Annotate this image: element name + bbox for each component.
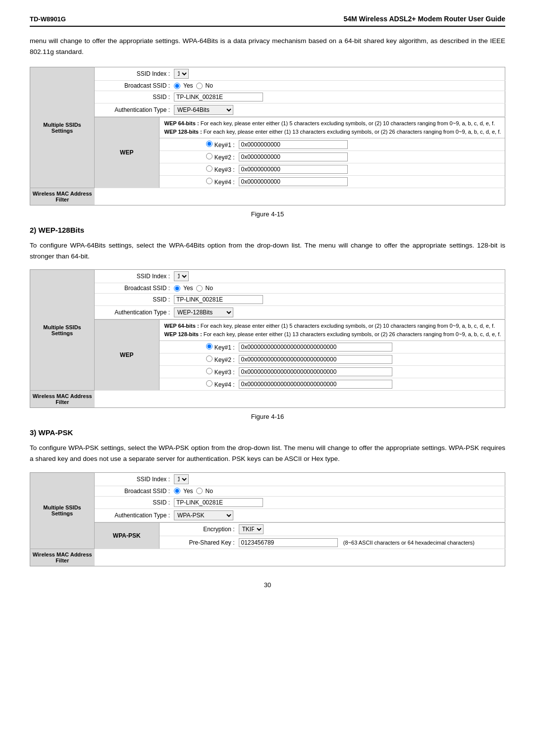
key3-label-15: Key#3 :	[164, 165, 239, 173]
auth-type-label-15: Authentication Type :	[100, 106, 174, 113]
multiple-ssids-label-17: Multiple SSIDs Settings	[30, 472, 95, 549]
broadcast-no-label-16: No	[206, 285, 213, 292]
key3-radio-15[interactable]	[206, 165, 213, 172]
wep64-label-16: WEP 64-bits : For each key, please enter…	[164, 323, 495, 329]
auth-type-select-16[interactable]: WEP-128Bits	[174, 307, 233, 317]
broadcast-ssid-label-15: Broadcast SSID :	[100, 82, 174, 89]
ssid-label-15: SSID :	[100, 94, 174, 101]
wep128-text-16: For each key, please enter either (1) 13…	[204, 331, 501, 337]
ssid-index-value: 1	[174, 69, 189, 79]
ssid-input-16[interactable]	[174, 295, 263, 304]
broadcast-no-radio-17[interactable]	[196, 488, 203, 494]
preshared-key-area-17: (8~63 ASCII characters or 64 hexadecimal…	[239, 538, 475, 547]
section3-heading: 3) WPA-PSK	[30, 428, 505, 437]
broadcast-ssid-radios-17: Yes No	[174, 488, 213, 495]
broadcast-no-label-15: No	[206, 82, 213, 89]
key1-label-16: Key#1 :	[164, 343, 239, 351]
wep-label-16: WEP	[95, 320, 159, 391]
broadcast-no-label-17: No	[206, 488, 213, 495]
ssid-index-select[interactable]: 1	[174, 69, 189, 79]
preshared-key-label-17: Pre-Shared Key :	[164, 538, 239, 546]
wep64-text-15: For each key, please enter either (1) 5 …	[201, 120, 495, 126]
key3-input-15[interactable]	[239, 165, 348, 174]
multiple-ssids-label-16: Multiple SSIDs Settings	[30, 270, 95, 391]
key3-input-16[interactable]	[239, 367, 392, 376]
ssid-index-row: SSID Index : 1	[95, 67, 505, 81]
auth-type-label-17: Authentication Type :	[100, 512, 174, 519]
figure15-panel: Multiple SSIDs Settings SSID Index : 1 B…	[30, 67, 505, 205]
ssid-label-16: SSID :	[100, 296, 174, 303]
ssid-index-label-17: SSID Index :	[100, 476, 174, 483]
wep-section-16: WEP WEP 64-bits : For each key, please e…	[95, 319, 505, 391]
broadcast-ssid-label-16: Broadcast SSID :	[100, 285, 174, 292]
auth-type-select-15[interactable]: WEP-64Bits	[174, 105, 233, 115]
key2-radio-16[interactable]	[206, 355, 213, 362]
wep-info-16: WEP 64-bits : For each key, please enter…	[159, 320, 505, 341]
key2-radio-15[interactable]	[206, 153, 213, 159]
section2-heading: 2) WEP-128Bits	[30, 226, 505, 234]
section3-text: To configure WPA-PSK settings, select th…	[30, 443, 505, 464]
encryption-label-17: Encryption :	[164, 526, 239, 533]
broadcast-yes-radio-15[interactable]	[174, 83, 180, 89]
figure16-label: Figure 4-16	[30, 413, 505, 420]
key1-label-15: Key#1 :	[164, 141, 239, 149]
ssid-label-17: SSID :	[100, 499, 174, 506]
key2-label-16: Key#2 :	[164, 355, 239, 363]
ssid-index-select-16[interactable]: 1	[174, 271, 189, 281]
page-number: 30	[30, 581, 505, 589]
mac-filter-16: Wireless MAC AddressFilter	[30, 391, 95, 408]
key3-label-16: Key#3 :	[164, 368, 239, 376]
key4-radio-16[interactable]	[206, 380, 213, 387]
ssid-input-15[interactable]	[174, 93, 263, 101]
wep64-text-16: For each key, please enter either (1) 5 …	[201, 323, 495, 329]
wep-label-15: WEP	[95, 117, 159, 188]
broadcast-ssid-radios-16: Yes No	[174, 285, 213, 292]
key4-radio-15[interactable]	[206, 178, 213, 184]
broadcast-yes-radio-17[interactable]	[174, 488, 180, 494]
auth-type-select-17[interactable]: WPA-PSK	[174, 510, 233, 520]
key2-input-16[interactable]	[239, 355, 392, 364]
broadcast-no-radio-16[interactable]	[196, 285, 203, 292]
wep128-bold-16: WEP 128-bits :	[164, 331, 202, 337]
key4-input-15[interactable]	[239, 177, 348, 186]
key1-radio-15[interactable]	[206, 141, 213, 147]
multiple-ssids-label: Multiple SSIDs Settings	[30, 67, 95, 188]
wep-inner-table-15: WEP WEP 64-bits : For each key, please e…	[95, 117, 505, 188]
wpapsk-inner-table-17: WPA-PSK Encryption : TKIP	[95, 522, 505, 549]
wep128-label-16: WEP 128-bits : For each key, please ente…	[164, 331, 501, 337]
preshared-key-hint-17: (8~63 ASCII characters or 64 hexadecimal…	[343, 540, 475, 546]
ssid-input-17[interactable]	[174, 498, 263, 507]
header-model: TD-W8901G	[30, 15, 66, 23]
header-title: 54M Wireless ADSL2+ Modem Router User Gu…	[344, 15, 506, 23]
preshared-key-input-17[interactable]	[239, 538, 338, 547]
key2-input-15[interactable]	[239, 152, 348, 161]
broadcast-ssid-label-17: Broadcast SSID :	[100, 488, 174, 495]
broadcast-yes-radio-16[interactable]	[174, 285, 180, 292]
broadcast-ssid-radios-15: Yes No	[174, 82, 213, 89]
wep128-text-15: For each key, please enter either (1) 13…	[204, 129, 501, 135]
wep64-bold-16: WEP 64-bits :	[164, 323, 199, 329]
wep128-label-15: WEP 128-bits : For each key, please ente…	[164, 129, 501, 135]
key4-label-15: Key#4 :	[164, 178, 239, 186]
auth-type-label-16: Authentication Type :	[100, 309, 174, 316]
encryption-select-17[interactable]: TKIP	[239, 524, 264, 534]
ssid-index-label-16: SSID Index :	[100, 273, 174, 280]
broadcast-yes-label-16: Yes	[183, 285, 193, 292]
wpa-psk-label-17: WPA-PSK	[95, 522, 159, 549]
page-header: TD-W8901G 54M Wireless ADSL2+ Modem Rout…	[30, 15, 505, 27]
broadcast-yes-label-15: Yes	[183, 82, 193, 89]
key1-input-15[interactable]	[239, 140, 348, 149]
wep128-label-bold-15: WEP 128-bits :	[164, 129, 202, 135]
key1-input-16[interactable]	[239, 343, 392, 352]
key4-input-16[interactable]	[239, 380, 392, 389]
key4-label-16: Key#4 :	[164, 380, 239, 388]
broadcast-no-radio-15[interactable]	[196, 83, 203, 89]
mac-filter-15: Wireless MAC AddressFilter	[30, 188, 95, 205]
key3-radio-16[interactable]	[206, 368, 213, 374]
figure17-panel: Multiple SSIDs Settings SSID Index : 1 B…	[30, 472, 505, 566]
ssid-index-select-17[interactable]: 1	[174, 474, 189, 484]
key1-radio-16[interactable]	[206, 343, 213, 350]
mac-filter-17: Wireless MAC AddressFilter	[30, 549, 95, 566]
intro-paragraph: menu will change to offer the appropriat…	[30, 36, 505, 57]
key2-label-15: Key#2 :	[164, 153, 239, 161]
